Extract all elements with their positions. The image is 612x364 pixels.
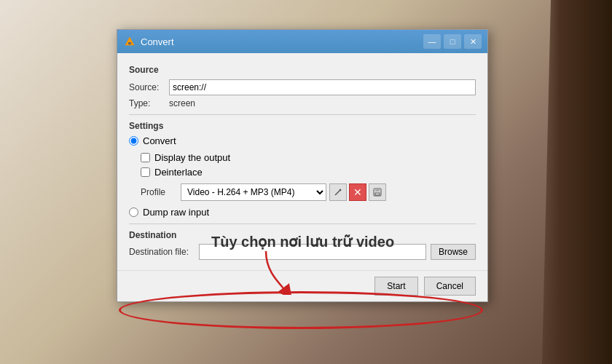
profile-select[interactable]: Video - H.264 + MP3 (MP4) xyxy=(181,183,326,201)
convert-label[interactable]: Convert xyxy=(143,135,176,146)
deinterlace-label[interactable]: Deinterlace xyxy=(154,167,203,178)
dump-radio[interactable] xyxy=(129,207,138,217)
source-input[interactable] xyxy=(169,79,476,95)
profile-edit-button[interactable] xyxy=(329,183,347,201)
convert-radio[interactable] xyxy=(129,136,138,146)
type-label: Type: xyxy=(129,98,169,108)
start-button[interactable]: Start xyxy=(374,277,417,296)
svg-rect-1 xyxy=(128,42,131,44)
display-output-label[interactable]: Display the output xyxy=(154,152,230,163)
dump-label[interactable]: Dump raw input xyxy=(143,207,209,218)
display-output-checkbox[interactable] xyxy=(141,153,150,162)
close-button[interactable]: ✕ xyxy=(464,34,482,49)
convert-dialog: Convert — □ ✕ Source Source: Type: scree… xyxy=(117,29,488,302)
source-row: Source: xyxy=(129,79,476,95)
convert-radio-row: Convert xyxy=(129,135,476,146)
dialog-title: Convert xyxy=(141,36,423,47)
annotation-text: Tùy chọn nơi lưu trữ video xyxy=(211,233,394,250)
profile-row: Profile Video - H.264 + MP3 (MP4) ✕ xyxy=(141,183,476,201)
separator-1 xyxy=(129,114,476,115)
maximize-button[interactable]: □ xyxy=(444,34,461,49)
type-value: screen xyxy=(169,98,195,108)
source-label: Source: xyxy=(129,82,169,92)
svg-rect-5 xyxy=(375,189,380,191)
vlc-icon xyxy=(123,35,136,48)
type-row: Type: screen xyxy=(129,98,476,108)
profile-save-button[interactable] xyxy=(369,183,386,201)
profile-delete-button[interactable]: ✕ xyxy=(349,183,366,201)
deinterlace-row: Deinterlace xyxy=(141,167,476,178)
display-output-row: Display the output xyxy=(141,152,476,163)
profile-label: Profile xyxy=(141,187,181,197)
cancel-button[interactable]: Cancel xyxy=(424,277,476,296)
titlebar: Convert — □ ✕ xyxy=(117,30,487,53)
source-section-label: Source xyxy=(129,65,476,75)
deinterlace-checkbox[interactable] xyxy=(141,167,150,177)
settings-section-label: Settings xyxy=(129,121,476,131)
destination-file-label: Destination file: xyxy=(129,247,195,257)
minimize-button[interactable]: — xyxy=(423,34,441,49)
separator-2 xyxy=(129,223,476,224)
dump-raw-row: Dump raw input xyxy=(129,207,476,218)
svg-rect-6 xyxy=(375,193,380,195)
dialog-footer: Start Cancel xyxy=(117,270,487,301)
window-controls: — □ ✕ xyxy=(423,34,482,49)
browse-button[interactable]: Browse xyxy=(431,244,476,260)
profile-icons: ✕ xyxy=(329,183,386,201)
